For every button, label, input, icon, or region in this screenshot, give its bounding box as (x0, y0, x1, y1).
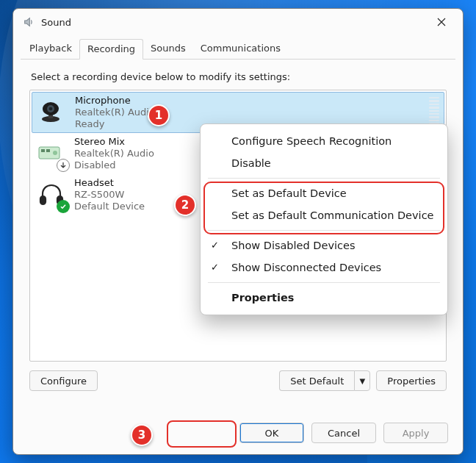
headset-icon (36, 179, 67, 210)
context-menu: Configure Speech Recognition Disable Set… (200, 123, 448, 315)
titlebar: Sound (13, 9, 463, 35)
ctx-separator (208, 282, 440, 283)
svg-rect-7 (46, 149, 50, 152)
dialog-title: Sound (41, 17, 426, 28)
set-default-button[interactable]: Set Default (279, 370, 354, 391)
svg-point-4 (49, 107, 53, 111)
annotation-bubble-3: 3 (131, 424, 153, 446)
annotation-bubble-2: 2 (174, 194, 196, 216)
ctx-show-disconnected[interactable]: ✓ Show Disconnected Devices (201, 256, 447, 279)
tab-bar: Playback Recording Sounds Communications (21, 38, 455, 60)
cancel-button[interactable]: Cancel (311, 423, 376, 443)
device-name: Stereo Mix (74, 136, 154, 148)
apply-button[interactable]: Apply (383, 423, 448, 443)
device-status: Disabled (74, 159, 154, 171)
svg-rect-9 (40, 196, 46, 204)
properties-button[interactable]: Properties (376, 370, 447, 391)
check-icon: ✓ (211, 240, 219, 251)
ctx-set-default-comm[interactable]: Set as Default Communication Device (201, 204, 447, 226)
webcam-icon (37, 97, 68, 128)
device-status: Ready (75, 118, 155, 130)
device-name: Microphone (75, 95, 155, 107)
speaker-icon (22, 15, 35, 29)
check-icon (57, 200, 70, 213)
soundcard-icon (36, 138, 67, 169)
device-status: Default Device (74, 201, 145, 212)
tab-recording[interactable]: Recording (79, 39, 143, 60)
ctx-properties[interactable]: Properties (201, 287, 447, 309)
configure-button[interactable]: Configure (29, 370, 98, 391)
device-name: Headset (74, 177, 145, 189)
set-default-dropdown[interactable]: ▼ (354, 370, 370, 391)
check-icon: ✓ (211, 262, 219, 273)
prompt-text: Select a recording device below to modif… (31, 71, 447, 82)
svg-point-8 (53, 151, 57, 155)
tab-playback[interactable]: Playback (22, 39, 79, 60)
annotation-bubble-1: 1 (148, 104, 170, 126)
ctx-disable[interactable]: Disable (201, 152, 447, 174)
ctx-separator (208, 230, 440, 231)
set-default-split-button: Set Default ▼ (279, 370, 370, 391)
ctx-configure-speech[interactable]: Configure Speech Recognition (201, 130, 447, 152)
close-button[interactable] (426, 11, 457, 33)
ok-button[interactable]: OK (239, 423, 304, 443)
ctx-set-default-device[interactable]: Set as Default Device (201, 182, 447, 204)
tab-communications[interactable]: Communications (193, 39, 288, 60)
device-sub: RZ-S500W (74, 189, 145, 201)
ctx-separator (208, 178, 440, 179)
device-sub: Realtek(R) Audio (75, 107, 155, 118)
svg-rect-6 (41, 149, 45, 152)
device-sub: Realtek(R) Audio (74, 148, 154, 159)
arrow-down-icon (57, 159, 70, 172)
ctx-show-disabled[interactable]: ✓ Show Disabled Devices (201, 234, 447, 256)
tab-sounds[interactable]: Sounds (143, 39, 193, 60)
